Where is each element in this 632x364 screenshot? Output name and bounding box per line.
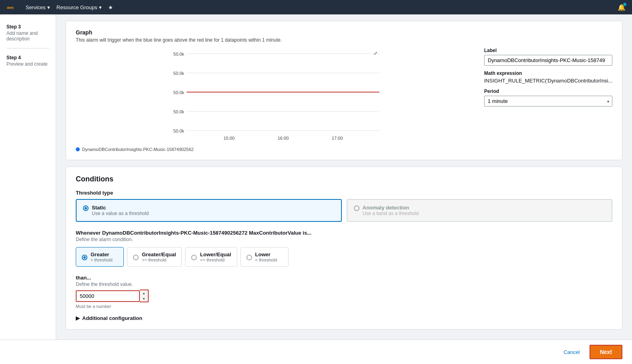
legend-dot — [76, 147, 80, 151]
chevron-down-icon: ▾ — [99, 4, 102, 10]
svg-text:50.0k: 50.0k — [174, 52, 184, 56]
greater-equal-radio — [133, 255, 139, 260]
threshold-value-input[interactable] — [76, 290, 140, 302]
static-option[interactable]: Static Use a value as a threshold — [76, 199, 342, 222]
page-footer: Cancel Next — [0, 340, 632, 364]
svg-text:50.0k: 50.0k — [174, 71, 184, 76]
top-navigation: aws Services ▾ Resource Groups ▾ ★ 🔔 — [0, 0, 632, 14]
lower-option[interactable]: Lower < threshold — [240, 247, 289, 267]
svg-text:16:00: 16:00 — [278, 136, 289, 141]
greater-option[interactable]: Greater > threshold — [76, 247, 124, 267]
greater-equal-text: Greater/Equal >= threshold — [142, 251, 176, 262]
graph-area: 50.0k 50.0k 50.0k 50.0k 50.0k — [76, 48, 475, 152]
notification-dot — [623, 3, 626, 6]
graph-meta: Label Math expression INSIGHT_RULE_METRI… — [484, 48, 612, 152]
resource-groups-menu[interactable]: Resource Groups ▾ — [57, 4, 102, 10]
conditions-title: Conditions — [76, 175, 612, 183]
additional-config: ▶ Additional configuration — [76, 315, 612, 321]
conditions-card: Conditions Threshold type Static Use a v… — [66, 167, 622, 330]
greater-radio — [82, 255, 87, 260]
lower-equal-text: Lower/Equal <= threshold — [200, 251, 231, 262]
svg-text:50.0k: 50.0k — [174, 109, 184, 114]
sidebar-divider — [6, 48, 49, 48]
svg-text:⤢: ⤢ — [374, 50, 378, 56]
svg-text:15:00: 15:00 — [224, 136, 235, 141]
graph-svg: 50.0k 50.0k 50.0k 50.0k 50.0k — [76, 48, 475, 144]
condition-options: Greater > threshold Greater/Equal >= thr… — [76, 247, 612, 267]
alarm-condition-sub: Define the alarm condition. — [76, 237, 612, 242]
period-select-wrapper: 1 minute ▾ — [484, 96, 612, 107]
lower-text: Lower < threshold — [255, 251, 277, 262]
spin-down-button[interactable]: ▼ — [140, 296, 148, 302]
graph-title: Graph — [76, 29, 612, 36]
sidebar-step3: Step 3 Add name and description — [0, 21, 56, 45]
notification-bell[interactable]: 🔔 — [618, 4, 626, 11]
spin-up-button[interactable]: ▲ — [140, 290, 148, 296]
chevron-down-icon: ▾ — [47, 4, 50, 10]
additional-config-toggle[interactable]: ▶ Additional configuration — [76, 315, 612, 321]
anomaly-radio — [354, 205, 359, 211]
main-content: Graph This alarm will trigger when the b… — [56, 14, 632, 364]
lower-equal-radio — [191, 255, 197, 260]
lower-radio — [246, 255, 252, 260]
graph-legend: DynamoDBContributorInsights-PKC-Music-15… — [76, 147, 475, 152]
anomaly-option[interactable]: Anomaly detection Use a band as a thresh… — [347, 199, 613, 222]
graph-card: Graph This alarm will trigger when the b… — [66, 21, 622, 160]
aws-logo[interactable]: aws — [6, 3, 19, 12]
sidebar: Step 3 Add name and description Step 4 P… — [0, 14, 56, 364]
greater-equal-option[interactable]: Greater/Equal >= threshold — [127, 247, 182, 267]
svg-text:50.0k: 50.0k — [174, 129, 184, 133]
must-be-number-hint: Must be a number — [76, 304, 612, 309]
next-button[interactable]: Next — [590, 345, 622, 359]
whenever-text: Whenever DynamoDBContributorInsights-PKC… — [76, 230, 612, 236]
svg-text:50.0k: 50.0k — [174, 90, 184, 95]
greater-text: Greater > threshold — [91, 251, 113, 262]
lower-equal-option[interactable]: Lower/Equal <= threshold — [185, 247, 237, 267]
triangle-icon: ▶ — [76, 315, 80, 321]
sidebar-step4: Step 4 Preview and create — [0, 52, 56, 70]
threshold-options: Static Use a value as a threshold Anomal… — [76, 199, 612, 222]
period-select[interactable]: 1 minute — [484, 96, 612, 107]
static-option-text: Static Use a value as a threshold — [92, 205, 149, 216]
starred-services[interactable]: ★ — [108, 4, 113, 10]
threshold-input-wrapper: ▲ ▼ — [76, 290, 156, 302]
anomaly-option-text: Anomaly detection Use a band as a thresh… — [363, 205, 419, 216]
label-input[interactable] — [484, 55, 612, 66]
svg-text:17:00: 17:00 — [332, 136, 343, 141]
than-section: than... Define the threshold value. ▲ ▼ … — [76, 275, 612, 309]
cancel-button[interactable]: Cancel — [559, 347, 584, 358]
threshold-type-label: Threshold type — [76, 190, 612, 196]
static-radio — [83, 205, 89, 211]
services-menu[interactable]: Services ▾ — [26, 4, 50, 10]
spin-buttons: ▲ ▼ — [140, 290, 149, 302]
svg-text:aws: aws — [7, 6, 14, 10]
graph-subtitle: This alarm will trigger when the blue li… — [76, 37, 612, 43]
